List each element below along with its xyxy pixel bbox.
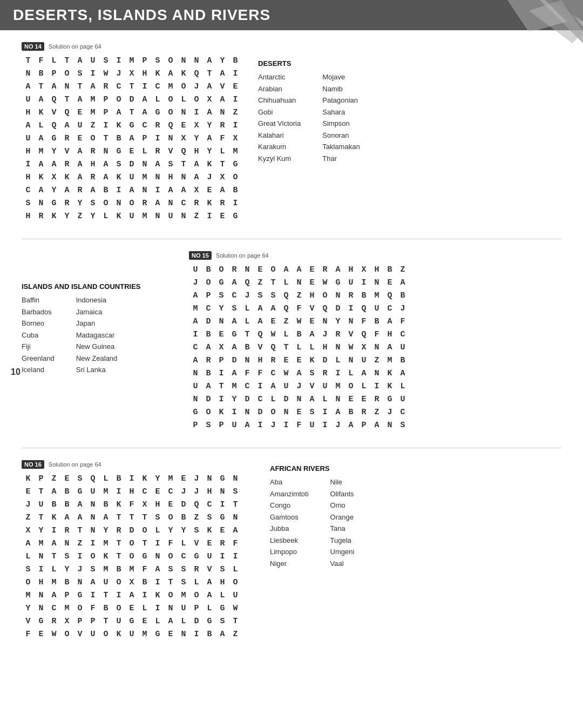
grid-cell: I [203, 210, 216, 223]
puzzle-15-label: NO 15 Solution on page 64 [189, 251, 269, 260]
grid-cell: E [306, 315, 318, 328]
grid-cell: D [177, 498, 190, 511]
grid-cell: Q [383, 289, 396, 302]
grid-cell: E [254, 263, 267, 276]
grid-cell: D [125, 93, 138, 106]
grid-cell: N [60, 537, 73, 550]
grid-cell: A [48, 158, 60, 171]
grid-cell: T [112, 537, 125, 550]
grid-cell: A [267, 302, 280, 315]
grid-cell: C [228, 289, 241, 302]
grid-cell: R [35, 210, 48, 223]
grid-cell: A [344, 419, 357, 432]
puzzle-16-grid: KPZESQLBIKYMEJNGNETABGUMIHCECJJHNSJUBBAN… [22, 472, 242, 641]
grid-cell: I [112, 485, 125, 498]
grid-cell: F [293, 419, 306, 432]
grid-cell: T [125, 106, 138, 119]
grid-cell: R [151, 145, 164, 158]
grid-cell: N [86, 524, 99, 537]
grid-cell: T [164, 576, 177, 589]
grid-cell: L [48, 563, 60, 576]
grid-cell: N [216, 485, 229, 498]
grid-cell: N [60, 80, 73, 93]
grid-cell: H [22, 210, 35, 223]
grid-cell: R [48, 615, 60, 628]
grid-cell: T [99, 589, 112, 602]
grid-cell: Y [60, 563, 73, 576]
grid-cell: A [112, 106, 125, 119]
grid-cell: W [229, 602, 242, 615]
grid-cell: M [164, 80, 177, 93]
grid-cell: B [99, 184, 112, 197]
grid-cell: O [190, 93, 203, 106]
grid-cell: K [22, 472, 35, 485]
grid-cell: Q [164, 119, 177, 132]
grid-cell: G [229, 210, 242, 223]
list-item: Fiji [22, 341, 55, 352]
grid-cell: I [215, 367, 228, 380]
grid-cell: C [48, 602, 60, 615]
grid-cell: T [267, 276, 280, 289]
grid-cell: H [318, 341, 331, 354]
grid-cell: X [125, 576, 138, 589]
grid-cell: P [99, 93, 112, 106]
grid-cell: G [151, 106, 164, 119]
grid-cell: I [229, 93, 242, 106]
grid-cell: H [164, 171, 177, 184]
grid-cell: V [306, 380, 318, 393]
grid-cell: T [112, 550, 125, 563]
grid-cell: W [280, 367, 293, 380]
african-rivers-section: AFRICAN RIVERS AbaAmanzimtotiCongoGamtoo… [270, 459, 561, 641]
grid-cell: I [318, 406, 331, 419]
grid-cell: A [202, 380, 215, 393]
grid-cell: F [370, 328, 383, 341]
grid-cell: R [370, 393, 383, 406]
grid-cell: N [99, 145, 112, 158]
grid-cell: T [60, 54, 73, 67]
grid-cell: S [254, 289, 267, 302]
grid-cell: A [396, 367, 409, 380]
grid-cell: E [383, 276, 396, 289]
grid-cell: A [203, 132, 216, 145]
grid-cell: L [177, 93, 190, 106]
grid-cell: B [177, 511, 190, 524]
grid-cell: N [35, 550, 48, 563]
page-number: 10 [11, 367, 21, 377]
grid-cell: G [216, 602, 229, 615]
grid-cell: P [215, 354, 228, 367]
grid-cell: V [306, 302, 318, 315]
grid-cell: X [190, 119, 203, 132]
grid-cell: K [99, 550, 112, 563]
grid-cell: I [318, 419, 331, 432]
puzzle-14-layout: TFLTAUSIMPSONNAYBNBPOSIWJXHKAKQTAIATANTA… [22, 54, 561, 223]
grid-cell: A [228, 341, 241, 354]
grid-cell: P [86, 615, 99, 628]
grid-cell: J [22, 498, 35, 511]
grid-cell: F [216, 132, 229, 145]
list-item: Tana [330, 523, 355, 534]
grid-cell: B [396, 354, 409, 367]
grid-cell: T [138, 537, 151, 550]
grid-cell: X [177, 132, 190, 145]
grid-cell: N [35, 589, 48, 602]
list-item: Umgeni [330, 547, 355, 557]
grid-cell: R [357, 406, 370, 419]
grid-cell: F [164, 537, 177, 550]
grid-cell: N [35, 197, 48, 210]
grid-cell: H [203, 485, 216, 498]
grid-cell: K [35, 106, 48, 119]
grid-cell: B [99, 602, 112, 615]
grid-cell: A [216, 628, 229, 641]
grid-cell: Q [254, 328, 267, 341]
grid-cell: A [280, 263, 293, 276]
grid-cell: H [125, 485, 138, 498]
grid-cell: H [138, 67, 151, 80]
grid-cell: I [112, 184, 125, 197]
grid-cell: A [241, 419, 254, 432]
grid-cell: G [216, 511, 229, 524]
grid-cell: I [216, 550, 229, 563]
rivers-col1: AbaAmanzimtotiCongoGamtoosJubbaLiesbeekL… [270, 477, 309, 569]
grid-cell: X [216, 171, 229, 184]
grid-cell: C [254, 393, 267, 406]
grid-cell: K [151, 67, 164, 80]
